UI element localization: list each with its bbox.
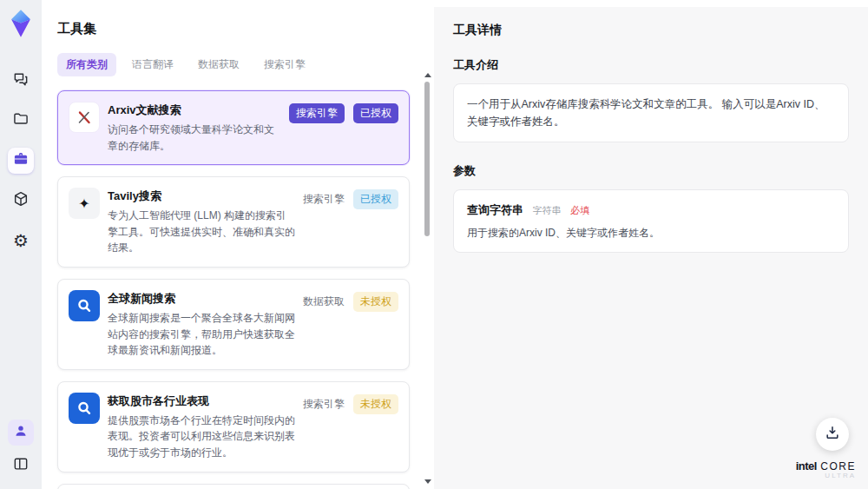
details-title: 工具详情 [453,23,849,38]
gear-icon: ⚙ [13,232,29,249]
search-tool-icon [69,290,100,321]
category-label: 数据获取 [303,292,345,309]
tool-list: Arxiv文献搜索 访问各个研究领域大量科学论文和文章的存储库。 搜索引擎 已授… [57,90,420,489]
rail-bottom [8,420,34,479]
collapse-panel-icon [12,455,30,476]
scroll-down-arrow-icon[interactable] [424,479,431,484]
core-word: CORE [820,460,856,472]
parameter-description: 用于搜索的Arxiv ID、关键字或作者姓名。 [467,226,835,241]
tool-tags: 数据获取 未授权 [303,290,398,359]
intro-text: 一个用于从Arxiv存储库搜索科学论文和文章的工具。 输入可以是Arxiv ID… [467,96,835,130]
tool-tags: 搜索引擎 未授权 [303,393,398,461]
chat-icon [12,70,30,91]
rail-nav: ⚙ [8,68,34,254]
tool-name: Arxiv文献搜索 [108,102,281,118]
tab-search-engine[interactable]: 搜索引擎 [255,53,314,76]
cube-icon [12,190,30,211]
app-window: ⚙ [0,0,868,489]
category-label: 搜索引擎 [303,394,345,412]
toolset-panel: 工具集 所有类别 语言翻译 数据获取 搜索引擎 Arxiv文献搜索 访问各个研究… [42,0,434,489]
tool-card-arxiv[interactable]: Arxiv文献搜索 访问各个研究领域大量科学论文和文章的存储库。 搜索引擎 已授… [57,90,410,165]
tool-name: 全球新闻搜索 [108,291,295,307]
tool-card-sector-performance[interactable]: 获取股市各行业表现 提供股票市场各个行业在特定时间段内的表现。投资者可以利用这些… [57,381,410,472]
parameter-box: 查询字符串 字符串 必填 用于搜索的Arxiv ID、关键字或作者姓名。 [453,189,849,253]
tool-tags: 搜索引擎 已授权 [303,188,398,256]
tab-language-translation[interactable]: 语言翻译 [123,53,182,76]
sidebar-item-chat[interactable] [8,68,34,94]
intel-core-logo: intel CORE ultra [796,458,856,480]
sidebar-item-files[interactable] [8,108,34,134]
tool-name: 获取股市各行业表现 [108,393,295,409]
category-tabs: 所有类别 语言翻译 数据获取 搜索引擎 [57,53,420,76]
icon-rail: ⚙ [0,0,42,489]
auth-status-badge: 已授权 [353,103,398,123]
category-label: 搜索引擎 [303,189,345,207]
arxiv-logo-icon [69,102,100,133]
auth-status-badge: 未授权 [353,394,398,414]
sidebar-item-models[interactable] [8,188,34,214]
intel-word: intel [796,459,817,472]
tab-data-acquisition[interactable]: 数据获取 [189,53,248,76]
tool-card-active-stocks[interactable]: 获取市场最活跃股票信息 提供当天交易量最高的股票列表。投资者可以利用这些信息来识… [57,484,410,489]
tool-description: 访问各个研究领域大量科学论文和文章的存储库。 [108,122,281,154]
search-tool-icon [69,393,100,424]
tool-text: 获取股市各行业表现 提供股票市场各个行业在特定时间段内的表现。投资者可以利用这些… [108,393,295,461]
tool-description: 专为人工智能代理 (LLM) 构建的搜索引擎工具。可快速提供实时、准确和真实的结… [108,208,295,256]
category-badge: 搜索引擎 [289,103,345,123]
auth-status-badge: 已授权 [353,189,398,209]
folder-icon [12,110,30,131]
scrollbar[interactable] [423,73,431,484]
intel-sub-label: ultra [796,472,856,480]
required-label: 必填 [570,205,589,215]
tavily-star-icon: ✦ [69,188,100,219]
intro-heading: 工具介绍 [453,57,849,73]
toolbox-icon [12,150,30,171]
user-icon [13,423,29,442]
tool-details-panel: 工具详情 工具介绍 一个用于从Arxiv存储库搜索科学论文和文章的工具。 输入可… [434,0,868,489]
tool-text: 全球新闻搜索 全球新闻搜索是一个聚合全球各大新闻网站内容的搜索引擎，帮助用户快速… [108,290,295,359]
tool-text: Tavily搜索 专为人工智能代理 (LLM) 构建的搜索引擎工具。可快速提供实… [108,188,295,256]
app-logo-icon [8,9,34,38]
params-heading: 参数 [453,163,849,179]
tool-description: 提供股票市场各个行业在特定时间段内的表现。投资者可以利用这些信息来识别表现优于或… [108,413,295,461]
tool-tags: 搜索引擎 已授权 [289,102,398,154]
tool-text: Arxiv文献搜索 访问各个研究领域大量科学论文和文章的存储库。 [108,102,281,154]
tool-name: Tavily搜索 [108,188,295,204]
download-icon [824,424,841,445]
page-title: 工具集 [57,21,420,37]
parameter-type: 字符串 [532,205,561,215]
auth-status-badge: 未授权 [353,292,398,312]
download-button[interactable] [816,418,849,451]
tool-card-tavily[interactable]: ✦ Tavily搜索 专为人工智能代理 (LLM) 构建的搜索引擎工具。可快速提… [57,176,410,268]
scroll-up-arrow-icon[interactable] [424,73,431,77]
intro-box: 一个用于从Arxiv存储库搜索科学论文和文章的工具。 输入可以是Arxiv ID… [453,83,849,142]
scrollbar-thumb[interactable] [424,82,430,236]
tool-card-global-news[interactable]: 全球新闻搜索 全球新闻搜索是一个聚合全球各大新闻网站内容的搜索引擎，帮助用户快速… [57,279,410,370]
tab-all-categories[interactable]: 所有类别 [57,53,116,76]
sidebar-item-settings[interactable]: ⚙ [8,228,34,254]
sidebar-item-account[interactable] [8,420,34,446]
parameter-name: 查询字符串 [467,203,523,216]
intel-core-wordmark: intel CORE [796,458,856,473]
sidebar-item-tools[interactable] [8,148,34,174]
tool-description: 全球新闻搜索是一个聚合全球各大新闻网站内容的搜索引擎，帮助用户快速获取全球最新资… [108,310,295,359]
sidebar-item-collapse[interactable] [8,453,34,479]
parameter-header: 查询字符串 字符串 必填 [467,202,835,218]
